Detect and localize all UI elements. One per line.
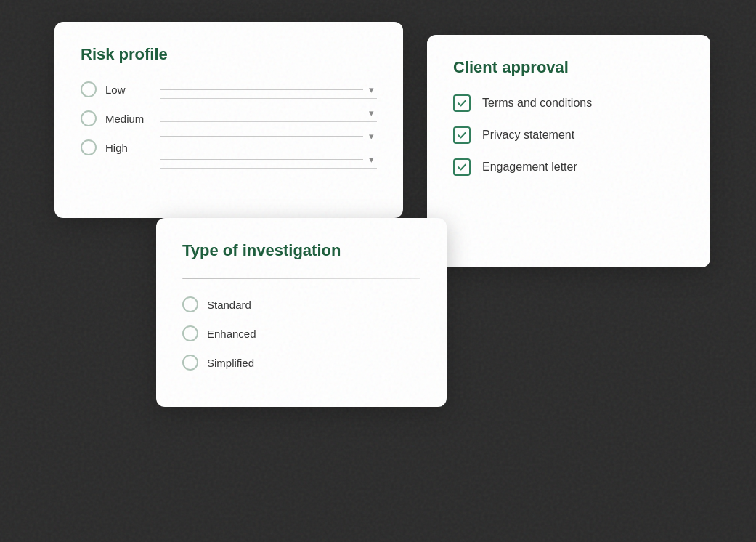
engagement-label: Engagement letter [482, 161, 577, 174]
radio-enhanced-label: Enhanced [207, 328, 256, 340]
engagement-row[interactable]: Engagement letter [453, 158, 684, 176]
risk-select-3[interactable]: ▾ [160, 129, 377, 145]
arrow-down-icon-2: ▾ [369, 108, 374, 118]
check-icon-engagement [457, 162, 467, 172]
investigation-card: Type of investigation Standard Enhanced … [156, 218, 447, 407]
risk-select-2[interactable]: ▾ [160, 106, 377, 122]
engagement-checkbox[interactable] [453, 158, 471, 176]
client-approval-title: Client approval [453, 58, 684, 77]
radio-low-label: Low [105, 84, 149, 96]
radio-medium-label: Medium [105, 113, 149, 125]
risk-option-low[interactable]: Low [81, 81, 149, 97]
radio-standard[interactable] [182, 296, 198, 312]
investigation-divider [182, 278, 420, 279]
privacy-label: Privacy statement [482, 129, 574, 142]
radio-standard-label: Standard [207, 299, 251, 311]
risk-profile-card: Risk profile Low Medium High ▾ ▾ [54, 22, 403, 218]
risk-profile-title: Risk profile [81, 45, 377, 64]
privacy-row[interactable]: Privacy statement [453, 126, 684, 144]
client-approval-list: Terms and conditions Privacy statement E… [453, 94, 684, 176]
check-icon-privacy [457, 130, 467, 140]
radio-low[interactable] [81, 81, 97, 97]
terms-label: Terms and conditions [482, 97, 592, 110]
risk-select-4[interactable]: ▾ [160, 153, 377, 169]
risk-options-list: Low Medium High [81, 81, 149, 155]
privacy-checkbox[interactable] [453, 126, 471, 144]
client-approval-card: Client approval Terms and conditions Pri… [427, 35, 710, 267]
investigation-simplified[interactable]: Simplified [182, 355, 420, 371]
risk-selects: ▾ ▾ ▾ ▾ [160, 81, 377, 169]
radio-high-label: High [105, 142, 149, 154]
arrow-down-icon-4: ▾ [369, 154, 374, 165]
arrow-down-icon-1: ▾ [369, 84, 374, 95]
radio-simplified-label: Simplified [207, 357, 254, 369]
radio-medium[interactable] [81, 110, 97, 126]
arrow-down-icon-3: ▾ [369, 131, 374, 142]
risk-option-high[interactable]: High [81, 139, 149, 155]
radio-high[interactable] [81, 139, 97, 155]
radio-enhanced[interactable] [182, 325, 198, 341]
terms-checkbox[interactable] [453, 94, 471, 112]
risk-select-1[interactable]: ▾ [160, 83, 377, 99]
risk-option-medium[interactable]: Medium [81, 110, 149, 126]
investigation-standard[interactable]: Standard [182, 296, 420, 312]
investigation-title: Type of investigation [182, 241, 420, 260]
terms-row[interactable]: Terms and conditions [453, 94, 684, 112]
check-icon-terms [457, 98, 467, 108]
investigation-options: Standard Enhanced Simplified [182, 296, 420, 371]
investigation-enhanced[interactable]: Enhanced [182, 325, 420, 341]
radio-simplified[interactable] [182, 355, 198, 371]
